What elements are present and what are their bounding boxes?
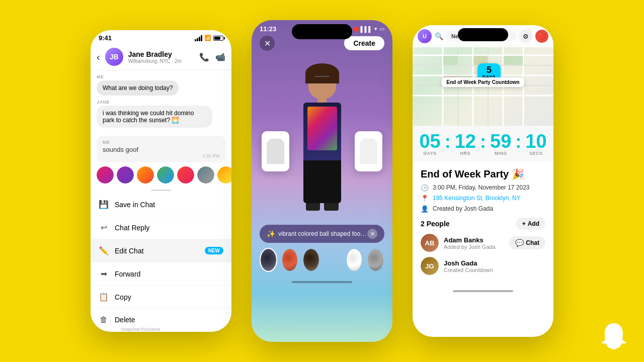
msg-label-me: ME: [97, 74, 225, 79]
video-icon[interactable]: 📹: [215, 52, 225, 62]
emoji-6[interactable]: [197, 166, 214, 184]
days-count: 5: [482, 65, 496, 74]
person-sub-1: Added by Josh Gada: [444, 244, 504, 250]
chat-button-1[interactable]: 💬 Chat: [509, 236, 545, 249]
context-delete[interactable]: 🗑 Delete: [91, 309, 231, 331]
create-label: Create: [353, 39, 375, 47]
event-time-row: 🕒 3:00 PM, Friday, November 17 2023: [421, 184, 545, 192]
new-badge: NEW: [205, 247, 223, 254]
event-people-header: 2 People + Add: [421, 218, 545, 230]
map-pin-1: 🔴: [535, 30, 548, 43]
style-thumbnails: [252, 243, 392, 277]
chat-actions: 📞 📹: [199, 52, 225, 62]
context-save[interactable]: 💾 Save in Chat: [91, 193, 231, 216]
countdown-secs: 10 SECS: [525, 132, 546, 156]
emoji-5[interactable]: [177, 166, 194, 184]
style-item-2[interactable]: [281, 248, 299, 272]
emoji-1[interactable]: [97, 166, 114, 184]
people-count: 2 People: [421, 220, 450, 228]
countdown-section: 05 DAYS : 12 HRS : 59 MINS : 10 SECS: [413, 126, 553, 162]
status-icons-2: ▌▌▌ ▾ ▭: [354, 26, 384, 32]
outfit-option-left[interactable]: [262, 131, 289, 171]
add-icon: +: [522, 220, 526, 227]
context-copy[interactable]: 📋 Copy: [91, 286, 231, 309]
style-item-3[interactable]: [302, 248, 320, 272]
avatar-leg-left: [308, 160, 321, 203]
event-title: End of Week Party 🎉: [421, 168, 545, 180]
outfit-option-right[interactable]: [355, 131, 382, 171]
countdown-days-num: 05: [419, 132, 440, 151]
countdown-days: 05 DAYS: [419, 132, 440, 156]
person-sub-2: Created Countdown: [444, 267, 545, 273]
context-reply-label: Chat Reply: [115, 224, 149, 232]
style-item-6[interactable]: [367, 248, 384, 272]
map-settings-icon[interactable]: ⚙: [519, 30, 532, 43]
forward-icon: ➡: [99, 269, 109, 279]
shoe-right: [324, 203, 339, 211]
style-item-4[interactable]: [324, 248, 342, 272]
event-address-row: 📍 195 Kensington St, Brooklyn, NY: [421, 195, 545, 202]
call-icon[interactable]: 📞: [199, 52, 209, 62]
save-icon: 💾: [99, 200, 109, 209]
countdown-hrs-num: 12: [455, 132, 476, 151]
signal-icon: [195, 35, 202, 41]
time-1: 9:41: [99, 34, 112, 42]
emoji-4[interactable]: [157, 166, 174, 184]
shoe-left: [306, 203, 320, 211]
context-copy-label: Copy: [115, 293, 131, 301]
event-map-label: End of Week Party Countdown: [441, 77, 524, 87]
map-view: U 🔍 New York City ⚙ 🔴 5 DAYS End of Week…: [413, 25, 553, 126]
emoji-2[interactable]: [117, 166, 134, 184]
divider: [151, 190, 171, 191]
home-indicator-3: [453, 290, 513, 292]
svg-rect-11: [443, 56, 457, 65]
add-label: Add: [528, 220, 539, 227]
chat-label-1: Chat: [526, 239, 539, 246]
context-edit[interactable]: ✏️ Edit Chat NEW Snapchat Exclusive: [91, 239, 231, 262]
phone1-chat: 9:41 📶 ‹ JB Jane Bradley Williamsbu: [91, 30, 231, 332]
phone3-event: U 🔍 New York City ⚙ 🔴 5 DAYS End of Week…: [413, 25, 553, 337]
ai-prompt-bar[interactable]: ✨ vibrant colored ball shaped food p... …: [260, 225, 384, 243]
person-info-2: Josh Gada Created Countdown: [444, 259, 545, 273]
person-info-1: Adam Banks Added by Josh Gada: [444, 236, 504, 250]
snapchat-logo: [599, 322, 629, 352]
avatar-figure: [303, 68, 341, 211]
emoji-7[interactable]: [217, 166, 231, 184]
chat-header: ‹ JB Jane Bradley Williamsburg, NYC · 2m…: [91, 44, 231, 70]
style-item-5[interactable]: [346, 248, 363, 272]
contact-sub: Williamsburg, NYC · 2m: [128, 58, 194, 64]
ai-prompt-close[interactable]: ✕: [367, 229, 377, 239]
delete-icon: 🗑: [99, 315, 109, 324]
message-input-area: ME sounds goof 1:31 PM: [97, 136, 225, 162]
event-address[interactable]: 195 Kensington St, Brooklyn, NY: [433, 195, 521, 202]
status-icons-1: 📶: [195, 35, 223, 41]
clock-icon: 🕒: [421, 184, 429, 192]
battery-icon: [213, 36, 223, 41]
context-forward[interactable]: ➡ Forward: [91, 262, 231, 286]
close-button[interactable]: ✕: [260, 36, 275, 51]
avatar-shoes: [303, 203, 341, 211]
back-button[interactable]: ‹: [97, 51, 100, 63]
countdown-sep-3: :: [515, 132, 521, 156]
notch: [292, 24, 352, 39]
add-people-button[interactable]: + Add: [516, 218, 545, 230]
event-time: 3:00 PM, Friday, November 17 2023: [433, 184, 530, 191]
context-save-label: Save in Chat: [115, 201, 155, 209]
avatar-face: [308, 76, 336, 77]
countdown-sep-1: :: [445, 132, 451, 156]
message-input[interactable]: sounds goof: [103, 146, 219, 153]
avatar-leg-right: [323, 160, 336, 203]
map-emoji-cluster: 🔴: [535, 30, 548, 43]
emoji-3[interactable]: [137, 166, 154, 184]
style-item-1[interactable]: [260, 248, 277, 272]
avatar-stage: [252, 54, 392, 225]
msg-label-jane: JANE: [97, 100, 225, 105]
countdown-sep-2: :: [480, 132, 486, 156]
context-reply[interactable]: ↩ Chat Reply: [91, 216, 231, 239]
create-button[interactable]: Create: [344, 36, 384, 50]
event-map-label-text: End of Week Party Countdown: [446, 79, 519, 85]
context-delete-label: Delete: [115, 316, 135, 324]
edit-icon: ✏️: [99, 246, 109, 255]
map-user-avatar: U: [418, 29, 432, 43]
msg-bubble-2: i was thinking we could hit domino park …: [97, 106, 212, 128]
